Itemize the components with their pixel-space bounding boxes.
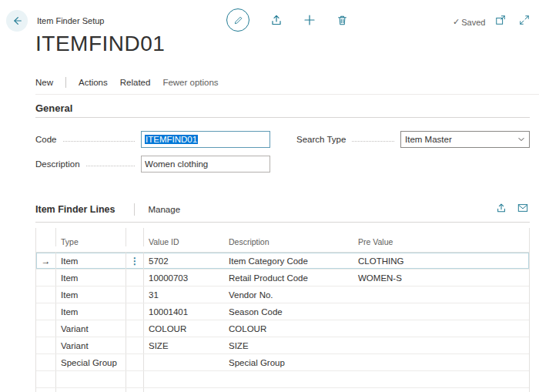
action-bar <box>226 8 348 32</box>
row-marker <box>36 388 56 392</box>
share-icon <box>270 14 283 26</box>
cell-type[interactable]: Variant <box>56 341 126 350</box>
dot-leader <box>352 141 394 142</box>
cell-value-id[interactable]: SIZE <box>144 341 224 350</box>
item-finder-setup-page: Item Finder Setup ✓ Saved <box>0 0 539 392</box>
menubar-rule <box>35 94 539 95</box>
pop-out-icon <box>495 15 506 25</box>
column-header-type[interactable]: Type <box>56 237 126 246</box>
back-button[interactable] <box>6 10 28 32</box>
table-row[interactable]: Item 31 Vendor No. <box>36 286 529 303</box>
row-menu-button[interactable] <box>126 270 144 286</box>
lines-section-icons <box>496 203 528 213</box>
cell-description[interactable]: Vendor No. <box>224 290 353 300</box>
row-marker <box>36 371 56 387</box>
table-row[interactable]: Variant COLOUR COLOUR <box>36 320 529 337</box>
table-row[interactable]: → Item ⋮ 5702 Item Category Code CLOTHIN… <box>36 253 529 270</box>
window-controls <box>495 15 530 25</box>
general-section-rule <box>35 117 530 118</box>
lines-section-heading[interactable]: Item Finder Lines <box>35 204 116 215</box>
chevron-down-icon <box>517 136 525 143</box>
cell-pre-value[interactable]: WOMEN-S <box>353 273 529 283</box>
cell-type[interactable]: Special Group <box>56 358 126 367</box>
row-marker <box>36 270 56 286</box>
row-menu-button[interactable] <box>126 371 144 387</box>
lines-divider <box>134 203 135 216</box>
menu-item-fewer-options[interactable]: Fewer options <box>162 78 218 87</box>
cell-type[interactable]: Variant <box>56 324 126 333</box>
table-row[interactable]: Item 10001401 Season Code <box>36 303 529 320</box>
code-input[interactable]: ITEMFIND01 <box>141 131 270 148</box>
check-icon: ✓ <box>453 17 460 27</box>
table-row[interactable]: Special Group Special Group <box>36 354 529 371</box>
table-empty-row[interactable] <box>36 388 529 392</box>
column-header-pre-value[interactable]: Pre Value <box>353 237 529 246</box>
page-title: ITEMFIND01 <box>35 32 165 56</box>
menu-item-actions[interactable]: Actions <box>79 78 108 87</box>
lines-section-header: Item Finder Lines Manage <box>35 199 180 219</box>
row-menu-button[interactable] <box>126 320 144 337</box>
page-caption: Item Finder Setup <box>37 16 104 25</box>
menu-item-new[interactable]: New <box>35 78 53 87</box>
cell-value-id[interactable]: 31 <box>144 290 224 300</box>
row-marker <box>36 320 56 337</box>
cell-value-id[interactable]: 10001401 <box>144 307 224 317</box>
cell-description[interactable]: COLOUR <box>224 324 353 333</box>
code-value: ITEMFIND01 <box>145 135 198 144</box>
cell-description[interactable]: Retail Product Code <box>224 273 353 283</box>
column-header-description[interactable]: Description <box>224 237 353 246</box>
table-row[interactable]: Item 10000703 Retail Product Code WOMEN-… <box>36 270 529 286</box>
cell-value-id[interactable]: COLOUR <box>144 324 224 333</box>
dot-leader <box>63 141 136 142</box>
resize-window-button[interactable] <box>519 15 530 25</box>
menubar: New Actions Related Fewer options <box>35 77 219 88</box>
cell-description[interactable]: Special Group <box>224 358 353 367</box>
table-row[interactable]: Variant SIZE SIZE <box>36 337 529 354</box>
row-menu-button[interactable] <box>126 354 144 370</box>
share-lines-button[interactable] <box>496 203 507 213</box>
open-in-new-window-button[interactable] <box>495 15 506 25</box>
search-type-select[interactable]: Item Master <box>400 131 530 148</box>
code-label: Code <box>35 135 57 144</box>
row-menu-button[interactable] <box>126 388 144 392</box>
description-input[interactable] <box>141 156 270 173</box>
edit-button[interactable] <box>226 8 249 32</box>
email-lines-button[interactable] <box>517 203 528 213</box>
code-field: Code ITEMFIND01 <box>35 130 270 149</box>
delete-button[interactable] <box>336 15 348 26</box>
search-type-value: Item Master <box>405 135 452 144</box>
plus-icon <box>303 14 316 26</box>
trash-icon <box>336 15 348 26</box>
cell-pre-value[interactable]: CLOTHING <box>353 256 529 266</box>
lines-section-rule <box>35 222 530 223</box>
row-marker <box>36 354 56 370</box>
cell-type[interactable]: Item <box>56 290 126 300</box>
cell-value-id[interactable]: 5702 <box>144 256 224 266</box>
row-marker <box>36 303 56 320</box>
description-field: Description <box>35 155 270 173</box>
column-header-value-id[interactable]: Value ID <box>144 237 224 246</box>
cell-description[interactable]: Item Category Code <box>224 256 353 266</box>
cell-type[interactable]: Item <box>56 256 126 266</box>
cell-value-id[interactable]: 10000703 <box>144 273 224 283</box>
item-finder-lines-table: Type Value ID Description Pre Value → It… <box>35 228 530 392</box>
save-status: ✓ Saved <box>453 17 485 27</box>
share-button[interactable] <box>270 14 283 26</box>
row-menu-button[interactable]: ⋮ <box>126 253 144 269</box>
cell-type[interactable]: Item <box>56 273 126 283</box>
new-button[interactable] <box>303 14 316 26</box>
row-menu-button[interactable] <box>126 337 144 353</box>
general-section-heading[interactable]: General <box>35 102 72 114</box>
row-menu-button[interactable] <box>126 303 144 320</box>
search-type-label: Search Type <box>296 135 346 144</box>
menu-item-related[interactable]: Related <box>120 78 151 87</box>
row-menu-button[interactable] <box>126 286 144 303</box>
manage-menu[interactable]: Manage <box>149 205 181 214</box>
search-type-field: Search Type Item Master <box>296 130 530 149</box>
table-empty-row[interactable] <box>36 371 529 388</box>
table-header-row: Type Value ID Description Pre Value <box>36 228 529 253</box>
cell-description[interactable]: Season Code <box>224 307 353 317</box>
cell-type[interactable]: Item <box>56 307 126 317</box>
pencil-icon <box>233 15 243 25</box>
cell-description[interactable]: SIZE <box>224 341 353 350</box>
